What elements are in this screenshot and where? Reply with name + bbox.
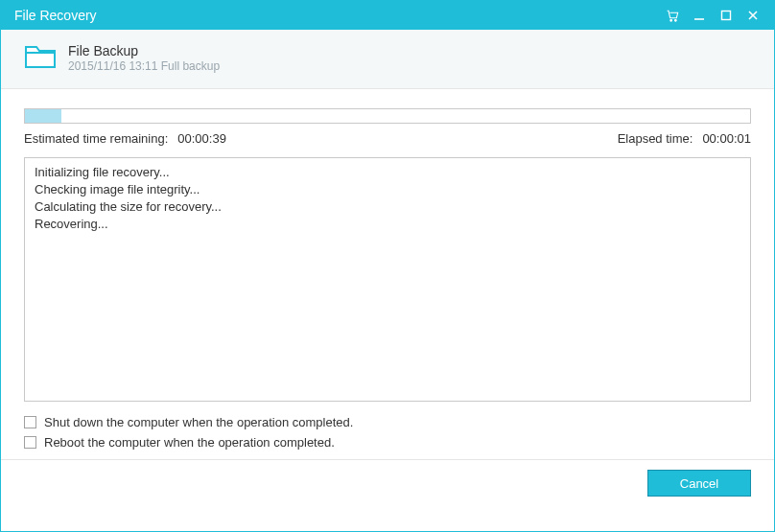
log-line: Initializing file recovery... bbox=[35, 164, 740, 181]
remaining-value: 00:00:39 bbox=[177, 131, 226, 146]
backup-subtitle: 2015/11/16 13:11 Full backup bbox=[68, 59, 220, 73]
shutdown-label: Shut down the computer when the operatio… bbox=[44, 415, 353, 429]
close-icon[interactable] bbox=[740, 1, 766, 30]
options-group: Shut down the computer when the operatio… bbox=[24, 415, 751, 450]
progress-bar bbox=[24, 108, 751, 124]
time-row: Estimated time remaining: 00:00:39 Elaps… bbox=[24, 131, 751, 146]
maximize-icon[interactable] bbox=[713, 1, 740, 30]
reboot-option[interactable]: Reboot the computer when the operation c… bbox=[24, 435, 751, 450]
estimated-remaining: Estimated time remaining: 00:00:39 bbox=[24, 131, 226, 146]
log-line: Calculating the size for recovery... bbox=[35, 198, 740, 216]
svg-rect-3 bbox=[722, 12, 731, 20]
elapsed-value: 00:00:01 bbox=[702, 131, 751, 146]
reboot-checkbox[interactable] bbox=[24, 436, 36, 449]
elapsed-time: Elapsed time: 00:00:01 bbox=[618, 131, 751, 146]
header-band: File Backup 2015/11/16 13:11 Full backup bbox=[1, 30, 774, 89]
folder-icon bbox=[24, 43, 57, 70]
window-title: File Recovery bbox=[14, 8, 97, 23]
minimize-icon[interactable] bbox=[686, 1, 713, 30]
reboot-label: Reboot the computer when the operation c… bbox=[44, 435, 335, 450]
shutdown-checkbox[interactable] bbox=[24, 416, 36, 428]
log-line: Recovering... bbox=[35, 216, 740, 233]
titlebar: File Recovery bbox=[1, 1, 774, 30]
header-text: File Backup 2015/11/16 13:11 Full backup bbox=[68, 43, 220, 73]
content-area: Estimated time remaining: 00:00:39 Elaps… bbox=[1, 89, 774, 450]
cancel-button[interactable]: Cancel bbox=[647, 470, 751, 497]
log-line: Checking image file integrity... bbox=[35, 181, 740, 198]
cart-icon[interactable] bbox=[659, 1, 686, 30]
backup-title: File Backup bbox=[68, 43, 220, 58]
shutdown-option[interactable]: Shut down the computer when the operatio… bbox=[24, 415, 751, 429]
remaining-label: Estimated time remaining: bbox=[24, 131, 168, 146]
window-controls bbox=[659, 1, 766, 30]
elapsed-label: Elapsed time: bbox=[618, 131, 693, 146]
svg-point-1 bbox=[674, 19, 676, 21]
footer: Cancel bbox=[1, 460, 774, 506]
log-area: Initializing file recovery... Checking i… bbox=[24, 157, 751, 402]
svg-point-0 bbox=[670, 19, 672, 21]
progress-fill bbox=[25, 109, 61, 123]
